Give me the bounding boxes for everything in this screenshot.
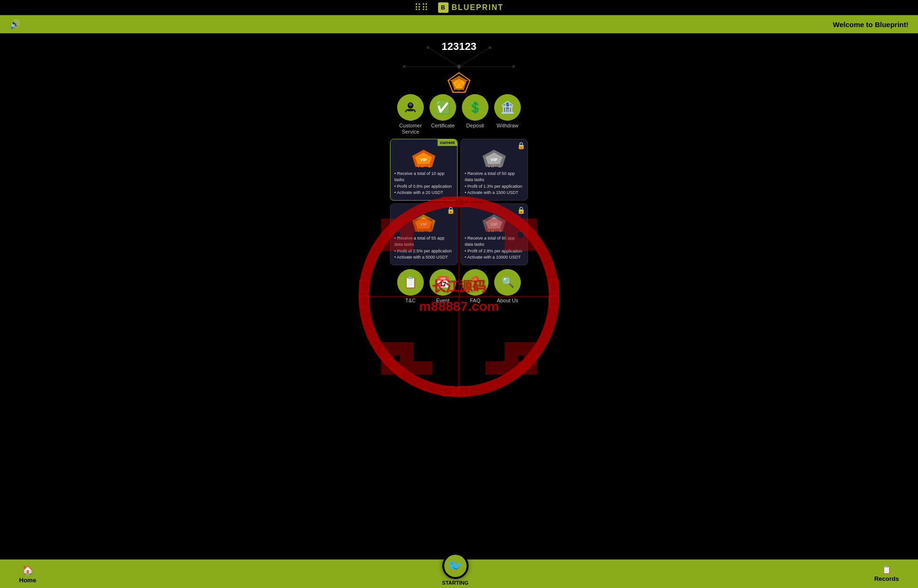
vip2-card[interactable]: 🔒 VIP VIP-2 Receive a total of 50 app da… — [460, 139, 528, 201]
sound-icon[interactable]: 🔊 — [10, 19, 20, 29]
tnc-action[interactable]: 📋 T&C — [397, 269, 424, 304]
vip2-detail2: Profit of 1.3% per application — [465, 183, 524, 190]
current-badge: current — [438, 139, 457, 146]
header-bar: 🔊 Welcome to Blueprint! — [0, 15, 918, 33]
action-icons-row: CustomerService ✅ Certificate 💲 Deposit … — [397, 94, 521, 135]
svg-point-31 — [409, 103, 412, 106]
vip3-detail1: Receive a total of 55 app data tasks — [394, 235, 453, 247]
about-us-icon-circle: 🔍 — [494, 269, 521, 296]
vip1-badge-icon: VIP — [411, 149, 437, 168]
records-nav-item[interactable]: 📋 Records — [874, 565, 899, 582]
vip3-card[interactable]: 🔒 VIP VIP-3 Receive a total of 55 app da… — [390, 203, 458, 265]
vip3-lock-icon: 🔒 — [447, 206, 455, 214]
svg-text:VIP: VIP — [420, 157, 427, 162]
vip3-info: Receive a total of 55 app data tasks Pro… — [394, 235, 453, 260]
vip2-lock-icon: 🔒 — [517, 142, 525, 149]
certificate-action[interactable]: ✅ Certificate — [430, 94, 456, 135]
vip2-info: Receive a total of 50 app data tasks Pro… — [465, 171, 524, 195]
vip2-detail1: Receive a total of 50 app data tasks — [465, 171, 524, 183]
certificate-icon-circle: ✅ — [430, 94, 456, 121]
vip1-info: Receive a total of 10 app tasks Profit o… — [394, 171, 453, 195]
vip2-badge-icon: VIP — [481, 149, 508, 168]
customer-service-icon-circle — [397, 94, 424, 121]
tnc-icon: 📋 — [403, 276, 418, 289]
event-action[interactable]: 📅 Event — [430, 269, 456, 304]
vip4-detail1: Receive a total of 60 app data tasks — [465, 235, 524, 247]
starting-nav-item[interactable]: 🐦 STARTING — [442, 562, 468, 586]
bottom-navigation: 🏠 Home 🐦 STARTING 📋 Records — [0, 559, 918, 588]
vip1-detail3: Activate with a 20 USDT — [394, 190, 453, 196]
deposit-icon-circle: 💲 — [462, 94, 488, 121]
vip3-detail3: Activate with a 5000 USDT — [394, 254, 453, 260]
starting-icon: 🐦 — [448, 559, 463, 573]
vip3-badge-icon: VIP — [411, 213, 437, 232]
user-id: 123123 — [441, 40, 476, 52]
vip4-card[interactable]: 🔒 VIP VIP-4 Receive a total of 60 app da… — [460, 203, 528, 265]
svg-text:VIP: VIP — [490, 222, 498, 227]
svg-text:VIP: VIP — [420, 222, 427, 227]
svg-rect-8 — [549, 296, 558, 307]
vip-cards-grid: current VIP VIP-1 Receive a total of 10 … — [390, 139, 528, 265]
vip4-lock-icon: 🔒 — [517, 206, 525, 214]
vip1-detail1: Receive a total of 10 app tasks — [394, 171, 453, 183]
vip4-badge-icon: VIP — [481, 213, 508, 232]
deposit-icon: 💲 — [468, 101, 482, 114]
withdraw-label: Withdraw — [497, 123, 518, 129]
home-icon: 🏠 — [22, 564, 34, 576]
tnc-icon-circle: 📋 — [397, 269, 424, 296]
vip3-detail2: Profit of 2.5% per application — [394, 248, 453, 254]
vip2-detail3: Activate with a 1500 USDT — [465, 190, 524, 196]
withdraw-action[interactable]: 🏦 Withdraw — [494, 94, 521, 135]
welcome-message: Welcome to Blueprint! — [833, 20, 908, 29]
about-us-action[interactable]: 🔍 About Us — [494, 269, 521, 304]
svg-point-18 — [403, 65, 406, 68]
vip4-detail3: Activate with a 10000 USDT — [465, 254, 524, 260]
tnc-label: T&C — [405, 298, 416, 304]
top-navigation: ⠿⠿ B BLUEPRINT — [0, 0, 918, 15]
brand-logo: B BLUEPRINT — [438, 2, 504, 13]
deposit-action[interactable]: 💲 Deposit — [462, 94, 488, 135]
brand-name: BLUEPRINT — [451, 3, 504, 12]
withdraw-icon: 🏦 — [500, 101, 515, 114]
svg-rect-6 — [360, 296, 369, 307]
svg-point-19 — [512, 65, 515, 68]
vip1-detail2: Profit of 0.8% per application — [394, 183, 453, 190]
starting-label: STARTING — [442, 580, 468, 586]
customer-service-label: CustomerService — [399, 123, 422, 135]
home-nav-item[interactable]: 🏠 Home — [19, 564, 36, 584]
event-icon: 📅 — [436, 276, 450, 289]
main-content: 长江源码 m88887.com 123123 — [0, 33, 918, 559]
faq-icon: ❓ — [468, 276, 482, 289]
center-panel: 123123 — [390, 38, 528, 304]
starting-icon-circle: 🐦 — [442, 553, 469, 579]
event-icon-circle: 📅 — [430, 269, 456, 296]
customer-service-icon — [404, 101, 417, 114]
faq-label: FAQ — [470, 298, 480, 304]
svg-rect-7 — [549, 280, 558, 291]
svg-rect-4 — [458, 387, 469, 395]
svg-rect-3 — [442, 387, 454, 395]
records-label: Records — [874, 575, 899, 582]
svg-text:VIP: VIP — [490, 157, 498, 162]
about-us-icon: 🔍 — [501, 276, 514, 289]
deposit-label: Deposit — [466, 123, 484, 129]
records-icon: 📋 — [882, 565, 891, 574]
svg-rect-5 — [360, 280, 369, 291]
customer-service-action[interactable]: CustomerService — [397, 94, 424, 135]
vip-diamond-icon — [447, 72, 471, 93]
certificate-label: Certificate — [431, 123, 455, 129]
logo-icon: B — [438, 2, 449, 13]
home-label: Home — [19, 577, 36, 584]
withdraw-icon-circle: 🏦 — [494, 94, 521, 121]
certificate-icon: ✅ — [435, 100, 450, 115]
about-us-label: About Us — [497, 298, 518, 304]
vip1-card[interactable]: current VIP VIP-1 Receive a total of 10 … — [390, 139, 458, 201]
faq-action[interactable]: ❓ FAQ — [462, 269, 488, 304]
event-label: Event — [436, 298, 449, 304]
svg-point-21 — [457, 65, 461, 68]
vip4-detail2: Profit of 2.8% per application — [465, 248, 524, 254]
vip4-info: Receive a total of 60 app data tasks Pro… — [465, 235, 524, 260]
faq-icon-circle: ❓ — [462, 269, 488, 296]
grid-icon[interactable]: ⠿⠿ — [414, 2, 429, 13]
bottom-icons-row: 📋 T&C 📅 Event ❓ FAQ 🔍 About Us — [397, 269, 521, 304]
